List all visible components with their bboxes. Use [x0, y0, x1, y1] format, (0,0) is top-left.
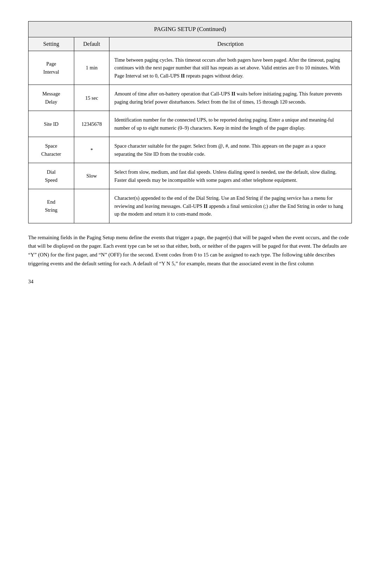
table-row: PageInterval1 minTime between paging cyc…: [28, 51, 352, 85]
header-setting: Setting: [28, 37, 74, 51]
table-title: PAGING SETUP (Continued): [28, 21, 352, 37]
cell-default-5: [74, 189, 109, 223]
cell-default-3: *: [74, 137, 109, 163]
header-description: Description: [109, 37, 352, 51]
cell-setting-3: SpaceCharacter: [28, 137, 74, 163]
cell-desc-4: Select from slow, medium, and fast dial …: [109, 163, 352, 189]
cell-desc-3: Space character suitable for the pager. …: [109, 137, 352, 163]
cell-default-4: Slow: [74, 163, 109, 189]
table-row: SpaceCharacter*Space character suitable …: [28, 137, 352, 163]
cell-setting-4: DialSpeed: [28, 163, 74, 189]
cell-default-0: 1 min: [74, 51, 109, 85]
cell-desc-1: Amount of time after on-battery operatio…: [109, 85, 352, 111]
cell-setting-2: Site ID: [28, 111, 74, 137]
cell-setting-1: MessageDelay: [28, 85, 74, 111]
cell-default-1: 15 sec: [74, 85, 109, 111]
page-content: PAGING SETUP (Continued) Setting Default…: [28, 21, 352, 285]
cell-desc-5: Character(s) appended to the end of the …: [109, 189, 352, 223]
table-body: PageInterval1 minTime between paging cyc…: [28, 51, 352, 223]
table-row: Site ID12345678Identification number for…: [28, 111, 352, 137]
prose-text: The remaining fields in the Paging Setup…: [28, 233, 352, 268]
cell-default-2: 12345678: [74, 111, 109, 137]
table-row: MessageDelay15 secAmount of time after o…: [28, 85, 352, 111]
page-number: 34: [28, 279, 352, 285]
table-row: EndStringCharacter(s) appended to the en…: [28, 189, 352, 223]
table-title-row: PAGING SETUP (Continued): [28, 21, 352, 37]
cell-setting-5: EndString: [28, 189, 74, 223]
cell-desc-0: Time between paging cycles. This timeout…: [109, 51, 352, 85]
table-header-row: Setting Default Description: [28, 37, 352, 51]
table-row: DialSpeedSlowSelect from slow, medium, a…: [28, 163, 352, 189]
cell-desc-2: Identification number for the connected …: [109, 111, 352, 137]
paging-setup-table: PAGING SETUP (Continued) Setting Default…: [28, 21, 352, 223]
cell-setting-0: PageInterval: [28, 51, 74, 85]
header-default: Default: [74, 37, 109, 51]
